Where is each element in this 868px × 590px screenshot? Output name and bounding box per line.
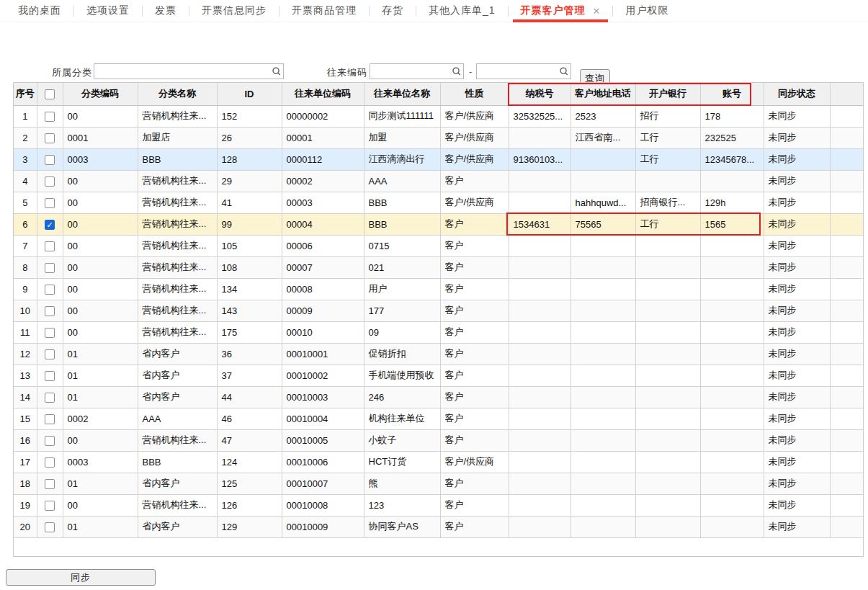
table-row[interactable]: 30003BBB1280000112江西滴滴出行客户/供应商91360103..… [14, 148, 863, 170]
row-cell: 客户 [440, 321, 509, 343]
tab-item[interactable]: 存货 [371, 0, 414, 22]
row-cell [509, 192, 571, 213]
table-row[interactable]: 100营销机构往来...15200000002同步测试111111客户/供应商3… [14, 105, 863, 127]
row-checkbox[interactable] [45, 522, 55, 532]
tab-item[interactable]: 用户权限 [614, 0, 679, 22]
row-cell: 105 [217, 235, 282, 256]
close-icon[interactable]: ✕ [593, 6, 601, 17]
row-checkbox[interactable] [45, 328, 55, 338]
row-checkbox-cell [37, 473, 63, 494]
partner-code-to-input[interactable] [476, 63, 571, 79]
category-input[interactable] [94, 63, 284, 79]
row-filler-cell [830, 408, 863, 429]
row-checkbox[interactable] [45, 263, 55, 273]
row-cell: 同步测试111111 [364, 105, 440, 127]
row-checkbox-cell [37, 386, 63, 408]
table-row[interactable]: 1401省内客户4400010003246客户未同步 [14, 386, 863, 408]
row-cell: 00 [63, 256, 138, 278]
sync-button[interactable]: 同步 [6, 569, 156, 586]
table-row[interactable]: 1100营销机构往来...1750001009客户未同步 [14, 321, 863, 343]
table-row[interactable]: 1201省内客户3600010001促销折扣客户未同步 [14, 343, 863, 365]
row-checkbox[interactable]: ✓ [45, 220, 55, 230]
row-checkbox[interactable] [45, 176, 55, 187]
tab-item[interactable]: 发票 [144, 0, 187, 22]
table-row[interactable]: 900营销机构往来...13400008用户客户未同步 [14, 278, 863, 300]
column-header-filler [830, 83, 863, 105]
search-icon[interactable] [558, 66, 569, 77]
table-row[interactable]: 800营销机构往来...10800007021客户未同步 [14, 256, 863, 278]
table-row[interactable]: 700营销机构往来...105000060715客户未同步 [14, 235, 863, 256]
partner-code-label: 往来编码 [316, 66, 367, 79]
row-checkbox[interactable] [45, 436, 55, 446]
table-row[interactable]: 150002AAA4600010004机构往来单位客户未同步 [14, 408, 863, 429]
column-header: 纳税号 [509, 83, 571, 105]
row-cell [571, 235, 635, 256]
row-cell: 00010004 [282, 408, 364, 429]
tab-item[interactable]: 选项设置 [76, 0, 140, 22]
row-cell [571, 451, 635, 473]
table-row[interactable]: 6✓00营销机构往来...9900004BBB客户153463175565工行1… [14, 213, 863, 235]
row-filler-cell [830, 386, 863, 408]
row-cell: 108 [217, 256, 282, 278]
row-checkbox[interactable] [45, 371, 55, 381]
table-row[interactable]: 1801省内客户12500010007熊客户未同步 [14, 473, 863, 494]
row-cell [700, 170, 764, 192]
row-cell: 机构往来单位 [364, 408, 440, 429]
row-cell: 营销机构往来... [138, 429, 217, 451]
row-checkbox-cell [37, 365, 63, 386]
tab-label: 发票 [155, 4, 176, 17]
row-checkbox[interactable] [45, 285, 55, 295]
row-checkbox[interactable] [45, 349, 55, 359]
table-row[interactable]: 500营销机构往来...4100003BBB客户/供应商hahhquwd...招… [14, 192, 863, 213]
range-dash: - [469, 66, 472, 77]
tab-item[interactable]: 开票信息同步 [191, 0, 277, 22]
row-checkbox[interactable] [45, 393, 55, 403]
row-cell: 客户 [440, 386, 509, 408]
row-cell: 未同步 [764, 516, 830, 537]
row-cell: 未同步 [764, 429, 830, 451]
search-icon[interactable] [271, 66, 282, 77]
row-checkbox[interactable] [45, 198, 55, 208]
row-checkbox-cell [37, 300, 63, 321]
table-row[interactable]: 170003BBB12400010006HCT订货客户/供应商未同步 [14, 451, 863, 473]
partner-code-from-input[interactable] [370, 63, 464, 79]
tab-item[interactable]: 其他入库单_1 [418, 0, 506, 22]
row-cell: 营销机构往来... [138, 256, 217, 278]
tab-item[interactable]: 我的桌面 [7, 0, 72, 22]
tab-item[interactable]: 开票商品管理 [281, 0, 367, 22]
table-row[interactable]: 1900营销机构往来...12600010008123客户未同步 [14, 494, 863, 516]
row-checkbox[interactable] [45, 414, 55, 424]
row-checkbox[interactable] [45, 501, 55, 511]
row-checkbox[interactable] [45, 133, 55, 143]
row-checkbox[interactable] [45, 306, 55, 316]
row-checkbox[interactable] [45, 479, 55, 489]
tab-label: 开票商品管理 [292, 4, 357, 17]
row-cell: 01 [63, 386, 138, 408]
tab-item[interactable]: 开票客户管理✕ [510, 0, 612, 22]
row-cell: 未同步 [764, 127, 830, 148]
row-checkbox[interactable] [45, 241, 55, 251]
row-checkbox[interactable] [45, 457, 55, 468]
table-row[interactable]: 20001加盟店2600001加盟客户/供应商江西省南...工行232525未同… [14, 127, 863, 148]
row-seq: 20 [14, 516, 37, 537]
row-cell: 客户 [440, 494, 509, 516]
category-label: 所属分类 [20, 66, 92, 79]
row-cell: BBB [138, 148, 217, 170]
row-cell: 客户 [440, 516, 509, 537]
search-icon[interactable] [451, 66, 462, 77]
table-row[interactable]: 1000营销机构往来...14300009177客户未同步 [14, 300, 863, 321]
table-row[interactable]: 2001省内客户12900010009协同客户AS客户未同步 [14, 516, 863, 537]
select-all-checkbox[interactable] [45, 89, 55, 99]
tab-separator [189, 6, 189, 17]
column-header: 分类编码 [63, 83, 138, 105]
row-cell: 未同步 [764, 321, 830, 343]
row-checkbox[interactable] [45, 155, 55, 165]
row-cell: 客户 [440, 278, 509, 300]
table-row[interactable]: 400营销机构往来...2900002AAA客户未同步 [14, 170, 863, 192]
table-row[interactable]: 1600营销机构往来...4700010005小蚊子客户未同步 [14, 429, 863, 451]
row-checkbox[interactable] [45, 112, 55, 122]
table-row[interactable]: 1301省内客户3700010002手机端使用预收客户未同步 [14, 365, 863, 386]
tab-label: 存货 [382, 4, 403, 17]
row-cell: 26 [217, 127, 282, 148]
row-cell: 熊 [364, 473, 440, 494]
